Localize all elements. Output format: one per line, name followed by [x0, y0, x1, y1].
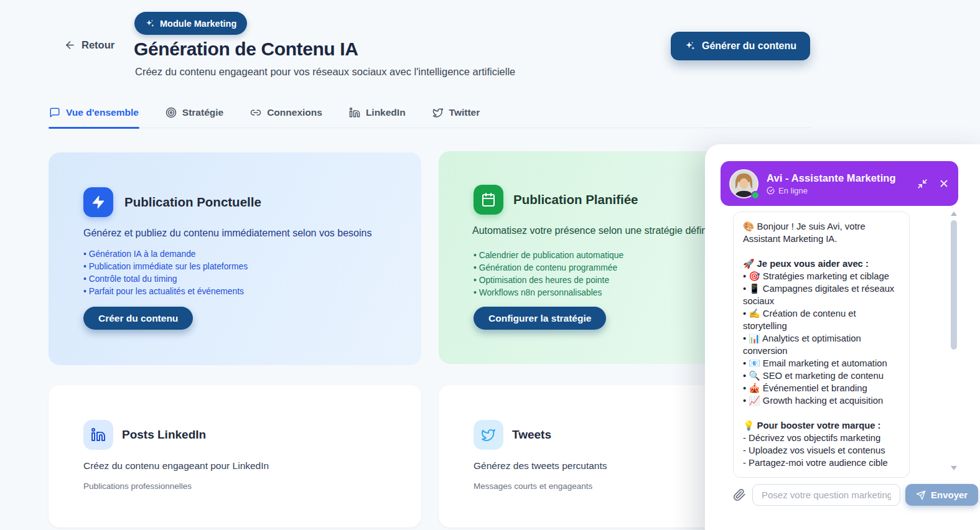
- chat-widget: Avi - Assistante Marketing En ligne: [705, 144, 980, 530]
- message-boost-item: - Décrivez vos objectifs marketing: [743, 432, 900, 444]
- card-title: Publication Ponctuelle: [124, 195, 261, 210]
- tab-label: Vue d'ensemble: [66, 107, 139, 118]
- create-content-button[interactable]: Créer du contenu: [83, 307, 193, 330]
- minimize-button[interactable]: [917, 179, 928, 189]
- zap-icon: [83, 187, 113, 217]
- card-description: Générez et publiez du contenu immédiatem…: [83, 228, 371, 239]
- scroll-up-arrow-icon[interactable]: [951, 212, 957, 216]
- twitter-icon: [432, 107, 444, 118]
- message-help-item: ✍️ Création de contenu et storytelling: [743, 307, 900, 332]
- message-intro: 🎨 Bonjour ! Je suis Avi, votre Assistant…: [743, 220, 900, 245]
- bullet-item: Publication immédiate sur les plateforme…: [83, 261, 248, 273]
- tab-strategie[interactable]: Stratégie: [165, 105, 224, 128]
- tab-label: Stratégie: [182, 107, 223, 118]
- avatar: [729, 169, 758, 198]
- chat-assistant-name: Avi - Assistante Marketing: [767, 172, 896, 184]
- chat-message-area: 🎨 Bonjour ! Je suis Avi, votre Assistant…: [733, 212, 948, 478]
- card-note: Messages courts et engageants: [474, 481, 592, 491]
- minimize-icon: [917, 179, 928, 189]
- card-bullet-list: Génération IA à la demande Publication i…: [83, 248, 248, 298]
- bullet-item: Optimisation des heures de pointe: [474, 274, 623, 287]
- tab-label: LinkedIn: [366, 107, 406, 118]
- configure-strategy-label: Configurer la stratégie: [488, 313, 591, 323]
- linkedin-icon: [349, 107, 360, 118]
- card-title: Posts LinkedIn: [122, 428, 206, 442]
- close-button[interactable]: [938, 178, 950, 189]
- message-help-item: 📈 Growth hacking et acquisition: [743, 394, 900, 407]
- arrow-left-icon: [64, 39, 76, 51]
- card-description: Créez du contenu engageant pour LinkedIn: [83, 460, 269, 472]
- bullet-item: Calendrier de publication automatique: [474, 249, 623, 262]
- chat-question-input[interactable]: [752, 484, 900, 506]
- tab-linkedin[interactable]: LinkedIn: [348, 105, 406, 128]
- card-description: Automatisez votre présence selon une str…: [472, 225, 715, 236]
- bullet-item: Contrôle total du timing: [83, 273, 248, 286]
- card-note: Publications professionnelles: [83, 481, 192, 491]
- scroll-down-arrow-icon[interactable]: [951, 466, 957, 470]
- badge-label: Module Marketing: [160, 19, 236, 29]
- send-icon: [916, 490, 926, 500]
- bullet-item: Parfait pour les actualités et événement…: [83, 286, 248, 298]
- message-boost-item: - Uploadez vos visuels et contenus: [743, 444, 900, 457]
- create-content-label: Créer du contenu: [98, 313, 178, 323]
- page-subtitle: Créez du contenu engageant pour vos rése…: [135, 66, 515, 78]
- tab-vue-densemble[interactable]: Vue d'ensemble: [49, 105, 139, 128]
- linkedin-icon: [83, 420, 113, 450]
- message-help-item: 🎯 Stratégies marketing et ciblage: [743, 270, 900, 282]
- configure-strategy-button[interactable]: Configurer la stratégie: [474, 307, 606, 330]
- send-label: Envoyer: [931, 490, 968, 500]
- target-icon: [166, 107, 177, 118]
- generate-content-button[interactable]: Générer du contenu: [671, 32, 810, 60]
- chat-input-row: Envoyer: [733, 484, 980, 506]
- message-help-item: 📊 Analytics et optimisation conversion: [743, 332, 900, 357]
- card-posts-linkedin[interactable]: Posts LinkedIn Créez du contenu engagean…: [49, 385, 421, 528]
- twitter-icon: [474, 420, 503, 450]
- message-help-heading: 🚀 Je peux vous aider avec :: [743, 258, 900, 270]
- tab-label: Connexions: [267, 107, 322, 118]
- chat-status-label: En ligne: [778, 186, 808, 195]
- back-button[interactable]: Retour: [64, 39, 114, 51]
- card-publication-ponctuelle: Publication Ponctuelle Générez et publie…: [49, 152, 421, 365]
- message-boost-heading: 💡 Pour booster votre marque :: [743, 419, 900, 432]
- message-help-item: 📱 Campagnes digitales et réseaux sociaux: [743, 282, 900, 307]
- scrollbar-thumb[interactable]: [951, 220, 957, 350]
- message-help-item: 🔍 SEO et marketing de contenu: [743, 370, 900, 382]
- bullet-item: Workflows n8n personnalisables: [474, 287, 623, 299]
- back-label: Retour: [82, 39, 114, 51]
- calendar-icon: [474, 185, 503, 215]
- marketing-module-page: Retour Module Marketing Génération de Co…: [0, 0, 980, 530]
- chat-controls: [917, 178, 950, 189]
- card-bullet-list: Calendrier de publication automatique Gé…: [474, 249, 623, 299]
- generate-button-label: Générer du contenu: [702, 40, 796, 52]
- bullet-item: Génération IA à la demande: [83, 248, 248, 261]
- card-title: Tweets: [512, 428, 551, 442]
- chat-status: En ligne: [767, 186, 896, 195]
- check-circle-icon: [767, 187, 775, 195]
- message-boost-item: - Partagez-moi votre audience cible: [743, 457, 900, 469]
- card-description: Générez des tweets percutants: [474, 460, 607, 472]
- chat-header: Avi - Assistante Marketing En ligne: [721, 161, 958, 206]
- page-title: Génération de Contenu IA: [134, 39, 358, 60]
- chat-titles: Avi - Assistante Marketing En ligne: [767, 172, 896, 195]
- bullet-item: Génération de contenu programmée: [474, 262, 623, 274]
- send-button[interactable]: Envoyer: [905, 484, 978, 506]
- tab-label: Twitter: [449, 107, 480, 118]
- card-title: Publication Planifiée: [513, 192, 638, 207]
- paperclip-icon: [733, 488, 746, 501]
- online-status-dot: [751, 191, 760, 200]
- sparkles-icon: [145, 19, 155, 29]
- tab-twitter[interactable]: Twitter: [432, 105, 481, 128]
- message-square-icon: [49, 107, 60, 118]
- close-icon: [938, 178, 950, 189]
- link-icon: [250, 107, 261, 118]
- assistant-message-bubble: 🎨 Bonjour ! Je suis Avi, votre Assistant…: [733, 212, 910, 478]
- message-help-item: 🎪 Événementiel et branding: [743, 382, 900, 394]
- sparkles-icon: [684, 40, 696, 52]
- message-help-item: 📧 Email marketing et automation: [743, 357, 900, 370]
- chat-scrollbar[interactable]: [950, 209, 958, 475]
- tab-bar: Vue d'ensemble Stratégie Connexions Link…: [49, 105, 811, 128]
- module-marketing-badge: Module Marketing: [134, 12, 247, 35]
- attach-file-button[interactable]: [733, 488, 746, 501]
- tab-connexions[interactable]: Connexions: [250, 105, 323, 128]
